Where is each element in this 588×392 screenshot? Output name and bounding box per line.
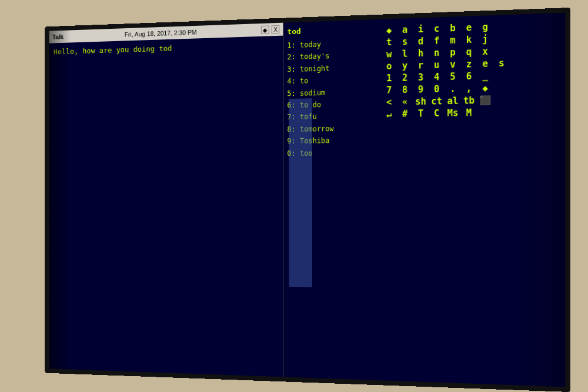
- keyboard-container: ◆aicbegtsdfmkjwlhnpqxoyruvzes123456_7890…: [383, 19, 560, 121]
- right-panel: tod 1: today2: today's3: tonight4: to5: …: [284, 13, 566, 387]
- kb-key-3-5[interactable]: z: [463, 59, 475, 70]
- kb-key-4-5[interactable]: 6: [463, 71, 475, 82]
- kb-key-3-7[interactable]: s: [495, 58, 507, 69]
- suggestion-word: tod: [287, 24, 375, 36]
- kb-key-2-1[interactable]: l: [399, 48, 411, 59]
- suggestion-item-9[interactable]: 0: too: [287, 146, 375, 159]
- diamond-button[interactable]: ◆: [261, 25, 269, 33]
- kb-key-6-6[interactable]: ⬛: [479, 95, 492, 106]
- kb-key-2-0[interactable]: w: [383, 49, 395, 60]
- suggestions-container: 1: today2: today's3: tonight4: to5: sodi…: [287, 37, 375, 159]
- kb-key-5-4[interactable]: .: [446, 83, 459, 95]
- talk-text: Hello, how are you doing tod: [54, 41, 279, 56]
- kb-key-7-0[interactable]: ↵: [383, 109, 395, 120]
- suggestion-item-8[interactable]: 9: Toshiba: [287, 134, 375, 147]
- kb-key-4-0[interactable]: 1: [383, 73, 395, 84]
- kb-key-0-6[interactable]: g: [479, 22, 492, 33]
- suggestion-item-5[interactable]: 6: to do: [287, 98, 375, 111]
- kb-key-6-0[interactable]: <: [383, 97, 395, 108]
- kb-key-1-1[interactable]: s: [399, 36, 411, 48]
- kb-key-4-1[interactable]: 2: [399, 72, 411, 83]
- titlebar-date: Fri, Aug 18, 2017, 2:30 PM: [125, 29, 197, 38]
- kb-key-2-5[interactable]: q: [463, 46, 475, 58]
- suggestion-item-4[interactable]: 5: sodium: [287, 85, 375, 99]
- kb-row-7: ↵#TCMsM: [383, 106, 560, 120]
- kb-key-1-0[interactable]: t: [383, 37, 395, 48]
- kb-key-7-2[interactable]: T: [415, 108, 427, 119]
- suggestion-item-7[interactable]: 8: tomorrow: [287, 122, 375, 136]
- kb-key-5-2[interactable]: 9: [415, 84, 427, 95]
- kb-key-6-4[interactable]: al: [446, 95, 459, 106]
- kb-key-1-6[interactable]: j: [479, 33, 492, 45]
- kb-key-0-5[interactable]: e: [463, 22, 475, 33]
- kb-key-5-0[interactable]: 7: [383, 85, 395, 96]
- kb-row-6: <«shctaltb⬛: [383, 93, 560, 108]
- suggestion-panel: tod 1: today2: today's3: tonight4: to5: …: [284, 19, 379, 380]
- talk-content: Hello, how are you doing tod: [49, 36, 283, 377]
- kb-key-3-1[interactable]: y: [399, 61, 411, 72]
- kb-key-0-4[interactable]: b: [446, 22, 459, 33]
- monitor: Talk Fri, Aug 18, 2017, 2:30 PM ◆ X Hell…: [45, 8, 570, 392]
- app-name: Talk: [52, 33, 64, 41]
- talk-window: Talk Fri, Aug 18, 2017, 2:30 PM ◆ X Hell…: [49, 23, 284, 377]
- kb-key-2-6[interactable]: x: [479, 46, 492, 57]
- kb-key-7-3[interactable]: C: [430, 108, 443, 119]
- kb-key-1-3[interactable]: f: [430, 35, 443, 46]
- kb-key-1-5[interactable]: k: [463, 34, 475, 45]
- kb-key-6-5[interactable]: tb: [463, 95, 475, 106]
- kb-key-6-1[interactable]: «: [399, 96, 411, 108]
- kb-key-2-4[interactable]: p: [446, 47, 459, 58]
- kb-key-7-6[interactable]: M: [463, 108, 475, 119]
- keyboard-panel: ◆aicbegtsdfmkjwlhnpqxoyruvzes123456_7890…: [378, 13, 565, 387]
- kb-key-2-2[interactable]: h: [415, 48, 427, 59]
- kb-key-5-6[interactable]: ◆: [479, 82, 492, 93]
- titlebar-buttons: ◆ X: [261, 25, 279, 34]
- titlebar-left: Talk: [52, 33, 64, 41]
- kb-key-7-4[interactable]: Ms: [446, 108, 459, 119]
- kb-key-1-4[interactable]: m: [446, 35, 459, 46]
- kb-key-3-3[interactable]: u: [430, 59, 443, 71]
- kb-key-3-4[interactable]: v: [446, 59, 459, 70]
- kb-key-2-3[interactable]: n: [430, 48, 443, 59]
- suggestion-item-6[interactable]: 7: tofu: [287, 110, 375, 123]
- kb-key-4-2[interactable]: 3: [415, 72, 427, 83]
- kb-key-0-2[interactable]: i: [415, 24, 427, 35]
- kb-key-1-2[interactable]: d: [415, 36, 427, 47]
- kb-key-0-3[interactable]: c: [430, 23, 443, 34]
- kb-key-5-1[interactable]: 8: [399, 85, 411, 96]
- kb-key-6-3[interactable]: ct: [430, 96, 443, 107]
- kb-key-3-0[interactable]: o: [383, 61, 395, 72]
- kb-key-5-5[interactable]: ,: [463, 83, 475, 94]
- close-button[interactable]: X: [272, 25, 280, 33]
- kb-key-7-1[interactable]: #: [399, 108, 411, 119]
- kb-key-5-3[interactable]: 0: [430, 83, 443, 95]
- screen: Talk Fri, Aug 18, 2017, 2:30 PM ◆ X Hell…: [49, 13, 566, 387]
- kb-key-0-0[interactable]: ◆: [383, 25, 395, 36]
- kb-key-0-1[interactable]: a: [399, 24, 411, 35]
- kb-key-3-6[interactable]: e: [479, 58, 492, 69]
- kb-key-3-2[interactable]: r: [415, 60, 427, 71]
- kb-key-6-2[interactable]: sh: [415, 96, 427, 107]
- kb-key-4-6[interactable]: _: [479, 71, 492, 82]
- kb-key-4-4[interactable]: 5: [446, 71, 459, 82]
- kb-key-4-3[interactable]: 4: [430, 72, 443, 83]
